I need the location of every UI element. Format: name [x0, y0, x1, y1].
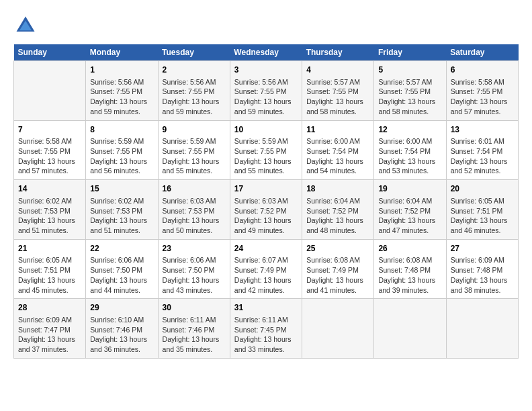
- day-info: Sunrise: 6:11 AM: [234, 315, 298, 325]
- day-info: Sunrise: 6:01 AM: [451, 136, 514, 146]
- calendar-week-1: 1Sunrise: 5:56 AMSunset: 7:55 PMDaylight…: [14, 61, 519, 121]
- day-info: Sunset: 7:48 PM: [451, 265, 514, 275]
- day-info: Sunrise: 5:59 AM: [90, 136, 153, 146]
- calendar-cell: 27Sunrise: 6:09 AMSunset: 7:48 PMDayligh…: [446, 239, 518, 299]
- calendar-table: SundayMondayTuesdayWednesdayThursdayFrid…: [13, 44, 519, 359]
- day-number: 25: [306, 243, 369, 255]
- day-info: Daylight: 13 hours and 59 minutes.: [163, 97, 226, 116]
- day-info: Sunset: 7:53 PM: [18, 206, 81, 216]
- day-info: Daylight: 13 hours and 57 minutes.: [18, 156, 81, 176]
- calendar-cell: 22Sunrise: 6:06 AMSunset: 7:50 PMDayligh…: [86, 239, 158, 299]
- day-number: 2: [163, 64, 226, 76]
- day-info: Sunrise: 6:03 AM: [234, 196, 298, 206]
- day-info: Sunset: 7:54 PM: [378, 146, 441, 156]
- calendar-cell: 25Sunrise: 6:08 AMSunset: 7:49 PMDayligh…: [302, 239, 374, 299]
- day-info: Sunrise: 6:02 AM: [90, 196, 153, 206]
- day-number: 21: [18, 243, 81, 255]
- day-info: Daylight: 13 hours and 55 minutes.: [234, 156, 298, 176]
- day-info: Sunset: 7:48 PM: [378, 265, 441, 275]
- logo-icon: [13, 13, 38, 38]
- col-header-saturday: Saturday: [446, 44, 518, 61]
- day-number: 6: [451, 64, 514, 76]
- day-info: Daylight: 13 hours and 51 minutes.: [18, 216, 81, 235]
- calendar-cell: 30Sunrise: 6:11 AMSunset: 7:46 PMDayligh…: [158, 299, 230, 359]
- day-info: Sunrise: 5:58 AM: [18, 136, 81, 146]
- day-info: Daylight: 13 hours and 38 minutes.: [451, 275, 514, 295]
- day-info: Sunrise: 5:57 AM: [306, 77, 369, 87]
- day-info: Sunrise: 6:10 AM: [90, 315, 153, 325]
- calendar-cell: 29Sunrise: 6:10 AMSunset: 7:46 PMDayligh…: [86, 299, 158, 359]
- col-header-friday: Friday: [374, 44, 446, 61]
- day-info: Daylight: 13 hours and 57 minutes.: [451, 97, 514, 116]
- calendar-cell: 11Sunrise: 6:00 AMSunset: 7:54 PMDayligh…: [302, 120, 374, 180]
- day-number: 18: [306, 183, 369, 195]
- day-info: Sunset: 7:55 PM: [306, 87, 369, 97]
- calendar-cell: 6Sunrise: 5:58 AMSunset: 7:55 PMDaylight…: [446, 61, 518, 121]
- day-info: Sunrise: 6:09 AM: [451, 255, 514, 265]
- day-info: Daylight: 13 hours and 55 minutes.: [163, 156, 226, 176]
- day-number: 26: [378, 243, 441, 255]
- day-info: Daylight: 13 hours and 58 minutes.: [378, 97, 441, 116]
- day-number: 10: [234, 124, 298, 136]
- calendar-cell: [302, 299, 374, 359]
- col-header-sunday: Sunday: [14, 44, 86, 61]
- day-info: Daylight: 13 hours and 54 minutes.: [306, 156, 369, 176]
- day-number: 1: [90, 64, 153, 76]
- day-info: Sunrise: 6:03 AM: [163, 196, 226, 206]
- logo: [13, 13, 40, 38]
- day-info: Sunset: 7:50 PM: [163, 265, 226, 275]
- calendar-cell: [14, 61, 86, 121]
- day-info: Sunrise: 5:56 AM: [234, 77, 298, 87]
- day-info: Sunrise: 5:57 AM: [378, 77, 441, 87]
- day-info: Sunset: 7:55 PM: [234, 87, 298, 97]
- day-info: Sunset: 7:55 PM: [163, 146, 226, 156]
- day-info: Sunrise: 6:02 AM: [18, 196, 81, 206]
- day-number: 3: [234, 64, 298, 76]
- calendar-cell: 19Sunrise: 6:04 AMSunset: 7:52 PMDayligh…: [374, 180, 446, 240]
- day-info: Daylight: 13 hours and 43 minutes.: [163, 275, 226, 295]
- day-number: 5: [378, 64, 441, 76]
- day-info: Sunset: 7:52 PM: [234, 206, 298, 216]
- col-header-tuesday: Tuesday: [158, 44, 230, 61]
- day-info: Daylight: 13 hours and 52 minutes.: [451, 156, 514, 176]
- day-number: 23: [163, 243, 226, 255]
- calendar-cell: 8Sunrise: 5:59 AMSunset: 7:55 PMDaylight…: [86, 120, 158, 180]
- day-info: Daylight: 13 hours and 45 minutes.: [18, 275, 81, 295]
- day-info: Sunrise: 5:58 AM: [451, 77, 514, 87]
- day-info: Sunset: 7:45 PM: [234, 325, 298, 335]
- day-info: Sunrise: 6:04 AM: [306, 196, 369, 206]
- day-number: 4: [306, 64, 369, 76]
- day-info: Daylight: 13 hours and 56 minutes.: [90, 156, 153, 176]
- day-info: Daylight: 13 hours and 46 minutes.: [451, 216, 514, 235]
- calendar-cell: [446, 299, 518, 359]
- page-header: [13, 13, 519, 38]
- calendar-cell: 28Sunrise: 6:09 AMSunset: 7:47 PMDayligh…: [14, 299, 86, 359]
- calendar-cell: 26Sunrise: 6:08 AMSunset: 7:48 PMDayligh…: [374, 239, 446, 299]
- calendar-cell: 13Sunrise: 6:01 AMSunset: 7:54 PMDayligh…: [446, 120, 518, 180]
- day-info: Sunset: 7:53 PM: [90, 206, 153, 216]
- day-number: 24: [234, 243, 298, 255]
- day-info: Daylight: 13 hours and 59 minutes.: [90, 97, 153, 116]
- day-info: Sunrise: 5:56 AM: [90, 77, 153, 87]
- calendar-header-row: SundayMondayTuesdayWednesdayThursdayFrid…: [14, 44, 519, 61]
- day-info: Sunset: 7:54 PM: [306, 146, 369, 156]
- calendar-cell: 16Sunrise: 6:03 AMSunset: 7:53 PMDayligh…: [158, 180, 230, 240]
- calendar-week-3: 14Sunrise: 6:02 AMSunset: 7:53 PMDayligh…: [14, 180, 519, 240]
- day-number: 19: [378, 183, 441, 195]
- col-header-wednesday: Wednesday: [230, 44, 302, 61]
- calendar-cell: 2Sunrise: 5:56 AMSunset: 7:55 PMDaylight…: [158, 61, 230, 121]
- day-info: Sunset: 7:52 PM: [378, 206, 441, 216]
- day-info: Sunset: 7:47 PM: [18, 325, 81, 335]
- day-info: Daylight: 13 hours and 48 minutes.: [306, 216, 369, 235]
- calendar-week-4: 21Sunrise: 6:05 AMSunset: 7:51 PMDayligh…: [14, 239, 519, 299]
- calendar-cell: 14Sunrise: 6:02 AMSunset: 7:53 PMDayligh…: [14, 180, 86, 240]
- calendar-cell: 4Sunrise: 5:57 AMSunset: 7:55 PMDaylight…: [302, 61, 374, 121]
- day-info: Sunrise: 6:05 AM: [18, 255, 81, 265]
- day-info: Sunset: 7:46 PM: [163, 325, 226, 335]
- calendar-cell: 12Sunrise: 6:00 AMSunset: 7:54 PMDayligh…: [374, 120, 446, 180]
- day-info: Sunrise: 6:05 AM: [451, 196, 514, 206]
- day-info: Sunrise: 6:00 AM: [306, 136, 369, 146]
- day-number: 31: [234, 302, 298, 314]
- day-number: 16: [163, 183, 226, 195]
- day-info: Daylight: 13 hours and 33 minutes.: [234, 334, 298, 354]
